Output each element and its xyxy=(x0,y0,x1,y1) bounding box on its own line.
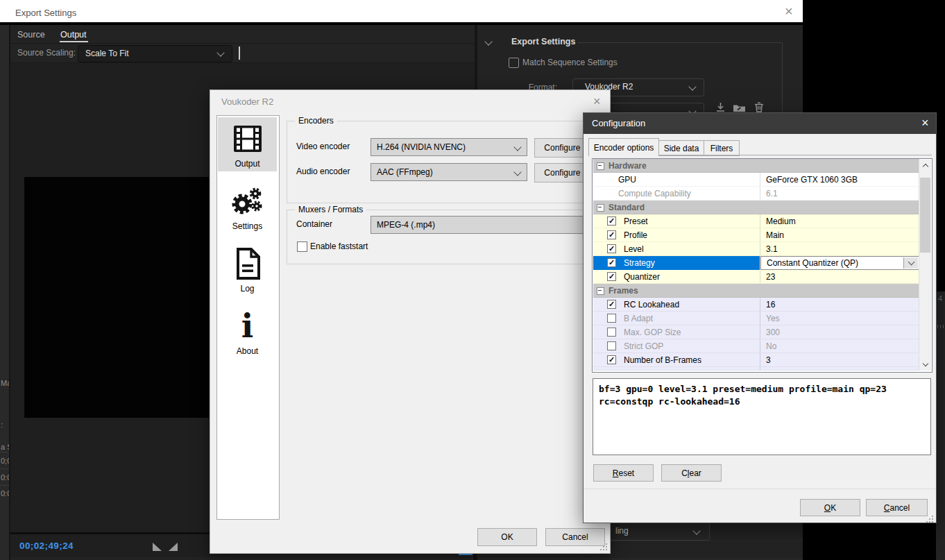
checkbox-checked[interactable]: ✓ xyxy=(607,355,616,364)
chevron-down-icon xyxy=(688,83,696,90)
row-quantizer[interactable]: ✓ Quantizer 23 xyxy=(593,270,919,284)
background-dropdown-fragment[interactable]: ling xyxy=(597,523,710,541)
row-b-adapt[interactable]: B Adapt Yes xyxy=(593,312,919,325)
match-sequence-label: Match Sequence Settings xyxy=(522,58,618,67)
row-compute-capability[interactable]: Compute Capability 6.1 xyxy=(593,187,919,201)
export-settings-heading: Export Settings xyxy=(511,37,575,46)
row-max-gop-size[interactable]: Max. GOP Size 300 xyxy=(593,325,919,339)
strategy-dropdown[interactable]: Constant Quantizer (QP) xyxy=(760,256,919,270)
container-dropdown[interactable]: MPEG-4 (.mp4) xyxy=(371,216,601,234)
close-icon[interactable]: × xyxy=(785,3,793,19)
row-rc-lookahead[interactable]: ✓ RC Lookahead 16 xyxy=(593,298,919,312)
source-scaling-dropdown[interactable]: Scale To Fit xyxy=(78,45,232,62)
video-encoder-label: Video encoder xyxy=(296,142,350,151)
tab-filters[interactable]: Filters xyxy=(704,140,740,156)
trash-icon[interactable] xyxy=(754,102,764,112)
export-settings-titlebar: Export Settings × xyxy=(0,0,803,22)
tab-source[interactable]: Source xyxy=(17,30,45,40)
video-preview xyxy=(24,177,209,418)
clear-button[interactable]: Clear xyxy=(661,464,722,482)
checkbox-unchecked[interactable] xyxy=(607,314,616,323)
checkbox-unchecked[interactable] xyxy=(607,328,616,337)
row-preset[interactable]: ✓ Preset Medium xyxy=(593,214,919,228)
resize-grip[interactable] xyxy=(606,543,607,545)
command-line-textarea[interactable]: bf=3 gpu=0 level=3.1 preset=medium profi… xyxy=(593,378,931,455)
screen: Export Settings × Source Output Source S… xyxy=(0,0,945,560)
reset-button[interactable]: Reset xyxy=(593,464,654,482)
checkbox-checked[interactable]: ✓ xyxy=(607,300,616,309)
checkbox-checked[interactable]: ✓ xyxy=(607,244,616,253)
timecode[interactable]: 00;02;49;24 xyxy=(19,541,74,551)
close-icon[interactable]: × xyxy=(593,94,601,109)
grid-scrollbar[interactable] xyxy=(919,160,931,371)
checkbox-checked[interactable]: ✓ xyxy=(607,217,616,226)
audio-encoder-dropdown[interactable]: AAC (FFmpeg) xyxy=(371,163,527,181)
row-partial xyxy=(593,367,919,371)
group-row-standard[interactable]: Standard xyxy=(593,201,919,214)
import-preset-icon[interactable] xyxy=(733,103,746,112)
group-row-hardware[interactable]: Hardware xyxy=(593,159,919,173)
info-icon: i xyxy=(218,309,277,343)
scrollbar-thumb[interactable] xyxy=(920,178,930,253)
tab-encoder-options[interactable]: Encoder options xyxy=(588,138,659,156)
gears-icon xyxy=(218,184,277,219)
row-level[interactable]: ✓ Level 3.1 xyxy=(593,242,919,256)
group-row-frames[interactable]: Frames xyxy=(593,284,919,298)
cancel-button[interactable]: Cancel xyxy=(866,499,928,516)
active-tab-underline xyxy=(60,41,88,42)
faststart-checkbox[interactable] xyxy=(297,241,307,252)
muxers-group-label: Muxers / Formats xyxy=(295,205,366,214)
scroll-up-icon[interactable] xyxy=(919,160,931,171)
collapse-icon[interactable] xyxy=(597,287,604,295)
checkbox-checked[interactable]: ✓ xyxy=(607,258,616,267)
checkbox-unchecked[interactable] xyxy=(607,341,616,350)
divider xyxy=(9,25,10,560)
row-gpu[interactable]: GPU GeForce GTX 1060 3GB xyxy=(593,173,919,187)
configuration-title: Configuration xyxy=(592,118,645,128)
close-icon[interactable]: × xyxy=(921,116,929,130)
clipped-panel-edge: Ma : a S 0;0 0:0 0:0 xyxy=(0,25,9,560)
resize-grip[interactable] xyxy=(932,516,933,517)
sidebar-item-output[interactable]: Output xyxy=(218,117,277,171)
document-icon xyxy=(218,246,277,281)
checkbox-checked[interactable]: ✓ xyxy=(607,272,616,281)
row-strict-gop[interactable]: Strict GOP No xyxy=(593,339,919,353)
chevron-down-icon[interactable] xyxy=(903,257,918,269)
window-title: Export Settings xyxy=(15,8,76,18)
film-icon xyxy=(218,121,277,156)
configuration-dialog: Configuration × Encoder options Side dat… xyxy=(583,112,937,523)
divider xyxy=(0,43,475,44)
row-profile[interactable]: ✓ Profile Main xyxy=(593,228,919,242)
collapse-icon[interactable] xyxy=(597,162,604,170)
sidebar-item-about[interactable]: i About xyxy=(218,305,277,359)
tab-side-data[interactable]: Side data xyxy=(658,140,704,156)
audio-encoder-label: Audio encoder xyxy=(296,167,350,176)
sidebar-item-log[interactable]: Log xyxy=(218,242,277,296)
encoders-groupbox xyxy=(287,121,608,203)
chevron-down-icon xyxy=(692,527,700,534)
cancel-button[interactable]: Cancel xyxy=(545,528,605,546)
section-rule xyxy=(578,42,782,43)
chevron-down-icon xyxy=(216,49,224,56)
section-border xyxy=(782,42,783,112)
faststart-label: Enable faststart xyxy=(310,241,368,251)
checkbox-checked[interactable]: ✓ xyxy=(607,230,616,239)
row-strategy-selected[interactable]: ✓ Strategy Constant Quantizer (QP) xyxy=(593,256,919,270)
scroll-down-icon[interactable] xyxy=(919,359,931,371)
source-scaling-label: Source Scaling: xyxy=(17,48,76,58)
sidebar-item-settings[interactable]: Settings xyxy=(218,180,277,234)
collapse-icon[interactable] xyxy=(597,204,604,212)
divider xyxy=(584,489,936,489)
section-collapse-icon[interactable] xyxy=(484,37,492,45)
voukoder-dialog-title: Voukoder R2 xyxy=(221,96,273,107)
ok-button[interactable]: OK xyxy=(477,528,537,546)
options-grid: Hardware GPU GeForce GTX 1060 3GB Comput… xyxy=(592,158,933,373)
row-number-of-b-frames[interactable]: ✓ Number of B-Frames 3 xyxy=(593,353,919,367)
match-sequence-checkbox[interactable] xyxy=(509,58,519,68)
encoders-group-label: Encoders xyxy=(295,116,337,126)
tab-output[interactable]: Output xyxy=(60,30,87,40)
ok-button[interactable]: OK xyxy=(800,499,860,516)
video-encoder-dropdown[interactable]: H.264 (NVIDIA NVENC) xyxy=(371,138,527,156)
save-preset-icon[interactable] xyxy=(715,102,726,112)
configuration-titlebar: Configuration × xyxy=(584,113,936,134)
